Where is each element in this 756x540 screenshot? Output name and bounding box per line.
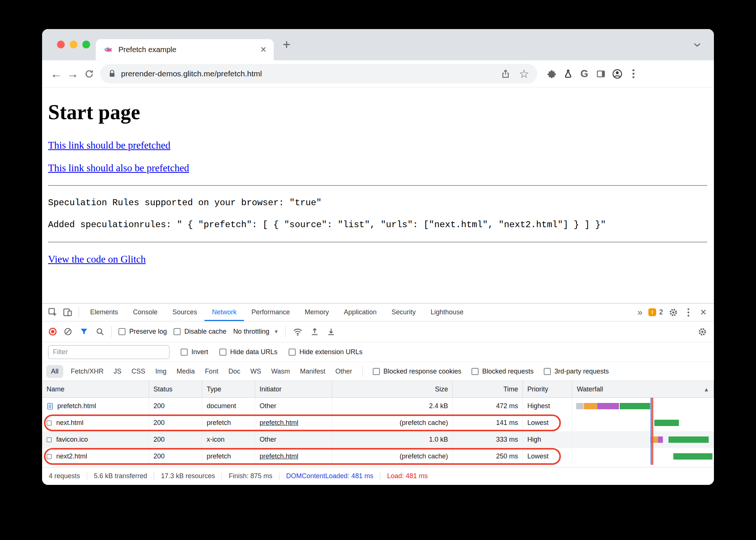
network-request-row-next-html[interactable]: next.html200prefetchprefetch.html(prefet… bbox=[42, 414, 714, 431]
initiator-link[interactable]: prefetch.html bbox=[260, 419, 298, 427]
checkbox-icon[interactable] bbox=[471, 368, 479, 375]
checkbox-icon[interactable] bbox=[118, 328, 126, 335]
network-request-row-prefetch-html[interactable]: prefetch.html200documentOther2.4 kB472 m… bbox=[42, 398, 714, 414]
checkbox-icon[interactable] bbox=[174, 328, 181, 335]
back-button[interactable]: ← bbox=[48, 65, 64, 82]
devtools-tab-network[interactable]: Network bbox=[204, 304, 244, 321]
network-settings-gear-icon[interactable] bbox=[698, 327, 707, 337]
devtools-tab-security[interactable]: Security bbox=[384, 304, 423, 321]
devtools-tab-memory[interactable]: Memory bbox=[297, 304, 336, 321]
import-har-icon[interactable] bbox=[310, 327, 320, 337]
request-filter-chip-ws[interactable]: WS bbox=[250, 368, 261, 375]
cell-name: next.html bbox=[42, 414, 149, 431]
network-request-row-favicon-ico[interactable]: favicon.ico200x-iconOther1.0 kB333 msHig… bbox=[42, 431, 714, 448]
devtools-close-icon[interactable]: × bbox=[696, 306, 711, 318]
devtools-menu-kebab-icon[interactable] bbox=[681, 305, 696, 320]
request-filter-chip-font[interactable]: Font bbox=[205, 368, 218, 375]
request-filter-chip-img[interactable]: Img bbox=[155, 368, 166, 375]
disable-cache-checkbox[interactable]: Disable cache bbox=[174, 328, 226, 336]
waterfall-bar bbox=[653, 436, 658, 443]
side-panel-icon[interactable] bbox=[593, 65, 609, 82]
column-header-priority[interactable]: Priority bbox=[523, 381, 572, 397]
extension-flask-icon[interactable] bbox=[560, 65, 576, 82]
3rd-party-requests-checkbox[interactable]: 3rd-party requests bbox=[544, 368, 609, 375]
load-line bbox=[652, 398, 653, 414]
request-filter-chip-fetch-xhr[interactable]: Fetch/XHR bbox=[71, 368, 104, 375]
url-text[interactable]: prerender-demos.glitch.me/prefetch.html bbox=[121, 69, 492, 78]
profile-avatar[interactable] bbox=[609, 65, 625, 82]
preserve-log-checkbox[interactable]: Preserve log bbox=[118, 328, 167, 336]
request-filter-chip-all[interactable]: All bbox=[46, 365, 63, 378]
3rd-party-requests-label: 3rd-party requests bbox=[555, 368, 609, 375]
close-window-button[interactable] bbox=[57, 41, 65, 48]
prefetch-link-1[interactable]: This link should be prefetched bbox=[48, 140, 170, 151]
devtools-tab-elements[interactable]: Elements bbox=[83, 304, 126, 321]
record-network-log-button[interactable] bbox=[49, 328, 57, 336]
tab-search-chevron-icon[interactable] bbox=[693, 29, 701, 60]
blocked-response-cookies-checkbox[interactable]: Blocked response cookies bbox=[373, 368, 461, 375]
invert-checkbox[interactable]: Invert bbox=[181, 348, 208, 356]
new-tab-button[interactable]: + bbox=[274, 29, 299, 60]
minimize-window-button[interactable] bbox=[70, 41, 77, 48]
hide-data-urls-checkbox[interactable]: Hide data URLs bbox=[219, 348, 277, 356]
request-filter-chip-doc[interactable]: Doc bbox=[228, 368, 240, 375]
search-icon[interactable] bbox=[95, 327, 105, 336]
column-header-size[interactable]: Size bbox=[332, 381, 453, 397]
reload-button[interactable] bbox=[81, 65, 97, 82]
request-filter-chip-media[interactable]: Media bbox=[177, 368, 195, 375]
devtools-settings-gear-icon[interactable] bbox=[666, 305, 681, 320]
devtools-tab-application[interactable]: Application bbox=[336, 304, 384, 321]
column-header-time[interactable]: Time bbox=[453, 381, 523, 397]
devtools-tab-performance[interactable]: Performance bbox=[244, 304, 297, 321]
device-toolbar-icon[interactable] bbox=[60, 305, 75, 320]
checkbox-icon[interactable] bbox=[289, 349, 296, 356]
checkbox-icon[interactable] bbox=[373, 368, 380, 375]
checkbox-icon[interactable] bbox=[181, 349, 188, 356]
extensions-puzzle-icon[interactable] bbox=[543, 65, 560, 82]
request-filter-chip-css[interactable]: CSS bbox=[131, 368, 145, 375]
column-header-waterfall[interactable]: Waterfall▲ bbox=[572, 381, 714, 397]
network-conditions-wifi-icon[interactable] bbox=[292, 326, 303, 337]
filter-input[interactable] bbox=[48, 345, 169, 359]
issues-badge[interactable]: ! 2 bbox=[645, 308, 666, 316]
cell-name: favicon.ico bbox=[42, 431, 149, 448]
filter-funnel-icon[interactable] bbox=[79, 327, 89, 336]
column-header-type[interactable]: Type bbox=[202, 381, 255, 397]
zoom-window-button[interactable] bbox=[82, 41, 90, 48]
column-header-initiator[interactable]: Initiator bbox=[255, 381, 332, 397]
throttling-dropdown[interactable]: No throttling ▼ bbox=[233, 328, 279, 336]
clear-network-log-icon[interactable] bbox=[63, 327, 73, 336]
network-request-row-next2-html[interactable]: next2.html200prefetchprefetch.html(prefe… bbox=[42, 448, 714, 465]
browser-tab[interactable]: Prefetch example × bbox=[96, 39, 274, 60]
address-bar[interactable]: prerender-demos.glitch.me/prefetch.html … bbox=[100, 64, 537, 83]
initiator-link[interactable]: prefetch.html bbox=[260, 452, 298, 460]
blocked-requests-checkbox[interactable]: Blocked requests bbox=[471, 368, 534, 375]
browser-menu-kebab-icon[interactable] bbox=[625, 65, 642, 82]
checkbox-icon[interactable] bbox=[219, 349, 226, 356]
share-icon[interactable] bbox=[497, 65, 514, 82]
checkbox-icon[interactable] bbox=[544, 368, 551, 375]
column-header-status[interactable]: Status bbox=[149, 381, 202, 397]
cell-type: document bbox=[202, 398, 255, 414]
column-header-name[interactable]: Name bbox=[42, 381, 149, 397]
devtools-tab-sources[interactable]: Sources bbox=[165, 304, 204, 321]
request-filter-chip-wasm[interactable]: Wasm bbox=[271, 368, 290, 375]
google-extension-icon[interactable]: G bbox=[576, 65, 593, 82]
bookmark-star-icon[interactable]: ☆ bbox=[519, 67, 529, 81]
request-filter-chip-manifest[interactable]: Manifest bbox=[300, 368, 325, 375]
devtools-tab-console[interactable]: Console bbox=[126, 304, 165, 321]
request-filter-chip-other[interactable]: Other bbox=[336, 368, 352, 375]
prefetch-link-2[interactable]: This link should also be prefetched bbox=[48, 162, 189, 174]
load-line bbox=[652, 448, 653, 465]
inspect-element-icon[interactable] bbox=[45, 305, 60, 320]
hide-extension-urls-checkbox[interactable]: Hide extension URLs bbox=[289, 348, 362, 356]
column-header-label: Type bbox=[207, 385, 221, 393]
devtools-tab-lighthouse[interactable]: Lighthouse bbox=[423, 304, 471, 321]
view-code-link[interactable]: View the code on Glitch bbox=[48, 254, 146, 265]
more-tabs-chevron-icon[interactable]: » bbox=[635, 307, 645, 318]
export-har-icon[interactable] bbox=[326, 327, 336, 337]
forward-button[interactable]: → bbox=[64, 65, 81, 82]
request-filter-chip-js[interactable]: JS bbox=[114, 368, 121, 375]
cell-status: 200 bbox=[149, 414, 202, 431]
tab-close-icon[interactable]: × bbox=[260, 45, 266, 55]
